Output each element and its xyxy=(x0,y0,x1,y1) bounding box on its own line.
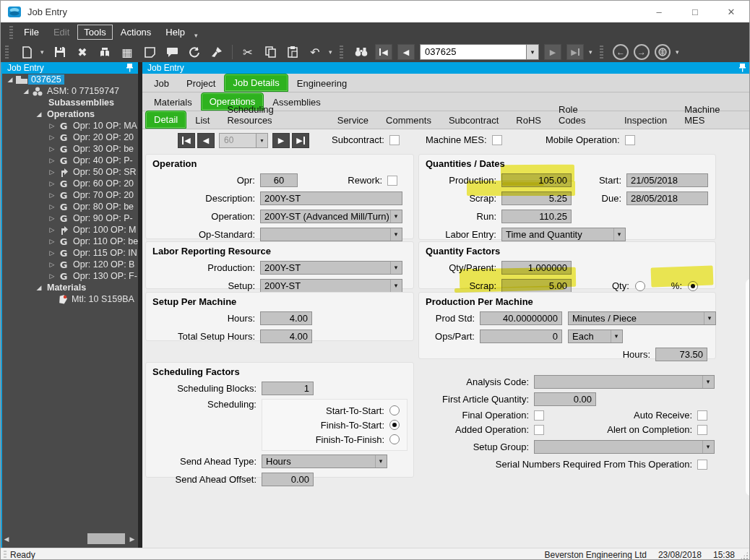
tree-item-label[interactable]: Subassemblies xyxy=(46,98,117,108)
tab-job[interactable]: Job xyxy=(145,75,178,92)
tree-item-label[interactable]: Opr: 115 OP: IN xyxy=(70,248,138,258)
setup-hours-field[interactable]: 4.00 xyxy=(260,311,312,325)
chevron-down-icon[interactable]: ▾ xyxy=(390,280,401,292)
expander-collapsed-icon[interactable]: ▷ xyxy=(47,157,57,164)
paste-icon[interactable] xyxy=(284,43,301,61)
toolbar-grip-4[interactable] xyxy=(600,46,603,59)
due-date-field[interactable]: 28/05/2018 xyxy=(626,191,708,205)
chevron-down-icon[interactable]: ▾ xyxy=(390,210,401,223)
pin-icon[interactable] xyxy=(739,64,746,72)
tree-item-label[interactable]: ASM: 0 77159747 xyxy=(44,86,122,96)
next-operation-icon[interactable]: ▶ xyxy=(272,133,290,148)
tree-item[interactable]: ◢Operations xyxy=(2,108,138,120)
job-number-combo[interactable]: 037625 ▾ xyxy=(420,44,539,60)
expander-expanded-icon[interactable]: ◢ xyxy=(21,87,31,95)
tree-item-label[interactable]: Opr: 20 OP: 20 xyxy=(70,132,137,142)
previous-record-icon[interactable]: ◀ xyxy=(397,44,415,60)
expander-expanded-icon[interactable]: ◢ xyxy=(5,76,15,83)
tree-item-label[interactable]: Opr: 50 OP: SR xyxy=(70,167,138,177)
tree-item[interactable]: ▷GOpr: 80 OP: be xyxy=(2,201,138,212)
previous-operation-icon[interactable]: ◀ xyxy=(197,133,215,148)
tree-item-label[interactable]: Materials xyxy=(44,283,89,293)
tree-item[interactable]: Mtl: 10 S159BA xyxy=(2,293,138,305)
auto-receive-checkbox[interactable] xyxy=(697,410,707,421)
chevron-down-icon[interactable]: ▾ xyxy=(527,44,539,60)
labor-entry-dropdown[interactable]: Time and Quantity▾ xyxy=(501,228,626,241)
tab-service[interactable]: Service xyxy=(329,112,377,129)
print-icon[interactable] xyxy=(96,43,113,61)
description-field[interactable]: 200Y-ST xyxy=(260,191,402,205)
search-binoculars-icon[interactable] xyxy=(353,43,370,61)
nav-overflow-icon[interactable]: ▾ xyxy=(676,48,681,56)
tree-horizontal-scrollbar[interactable]: ◀ ▶ xyxy=(2,530,138,548)
expander-collapsed-icon[interactable]: ▷ xyxy=(47,226,57,233)
expander-expanded-icon[interactable]: ◢ xyxy=(34,111,44,118)
operation-number-value[interactable]: 60 xyxy=(219,133,257,148)
chevron-down-icon[interactable]: ▾ xyxy=(611,330,621,343)
tab-engineering[interactable]: Engineering xyxy=(288,75,355,92)
ops-part-field[interactable]: 0 xyxy=(480,329,562,343)
finish-to-start-radio[interactable] xyxy=(389,420,400,430)
expander-collapsed-icon[interactable]: ▷ xyxy=(47,180,57,187)
opr-field[interactable]: 60 xyxy=(260,173,298,187)
tree-item[interactable]: ◢037625 xyxy=(2,74,138,85)
prod-std-uom-dropdown[interactable]: Minutes / Piece▾ xyxy=(568,311,716,325)
first-record-icon[interactable]: ◀ xyxy=(375,44,392,60)
menu-file[interactable]: File xyxy=(17,25,46,40)
scroll-left-icon[interactable]: ◀ xyxy=(2,535,11,543)
chevron-down-icon[interactable]: ▾ xyxy=(613,228,624,241)
last-record-icon[interactable]: ▶ xyxy=(566,44,584,60)
qty-parent-field[interactable]: 1.000000 xyxy=(501,261,572,275)
chevron-down-icon[interactable]: ▾ xyxy=(390,228,401,241)
refresh-icon[interactable] xyxy=(186,43,203,61)
tree-item[interactable]: ▷Opr: 100 OP: M xyxy=(2,224,138,236)
tree-item[interactable]: ▷GOpr: 130 OP: F- xyxy=(2,270,138,282)
tab-rohs[interactable]: RoHS xyxy=(507,112,550,129)
operation-dropdown[interactable]: 200Y-ST (Advanced Mill/Turn)▾ xyxy=(260,210,402,223)
tree-item-label[interactable]: Opr: 120 OP: B xyxy=(70,259,137,270)
expander-collapsed-icon[interactable]: ▷ xyxy=(47,168,57,176)
tree-item-label[interactable]: Opr: 60 OP: 20 xyxy=(70,178,137,189)
tree-item[interactable]: ▷GOpr: 10 OP: MA xyxy=(2,120,138,132)
vertical-scrollbar[interactable] xyxy=(746,279,750,496)
tree-item[interactable]: ▷GOpr: 60 OP: 20 xyxy=(2,178,138,189)
tree-item-label[interactable]: Opr: 100 OP: M xyxy=(70,225,138,235)
expander-collapsed-icon[interactable]: ▷ xyxy=(47,191,57,199)
toolbar-grip-2[interactable] xyxy=(5,46,9,59)
tab-comments[interactable]: Comments xyxy=(377,112,440,129)
menu-overflow-icon[interactable]: ▾ xyxy=(194,32,198,42)
scheduling-blocks-field[interactable]: 1 xyxy=(262,382,314,395)
maximize-button[interactable]: □ xyxy=(677,1,713,22)
run-field[interactable]: 110.25 xyxy=(501,210,572,223)
memo-icon[interactable] xyxy=(141,43,158,61)
tree-item[interactable]: ▷GOpr: 30 OP: be xyxy=(2,143,138,155)
production-field[interactable]: 105.00 xyxy=(501,173,572,187)
send-ahead-offset-field[interactable]: 0.00 xyxy=(262,473,314,486)
final-operation-checkbox[interactable] xyxy=(534,410,544,421)
toolbar-grip-3[interactable] xyxy=(340,46,343,59)
toolbar-grip[interactable] xyxy=(9,26,13,39)
expander-collapsed-icon[interactable]: ▷ xyxy=(47,238,57,245)
menu-actions[interactable]: Actions xyxy=(114,25,158,40)
expander-collapsed-icon[interactable]: ▷ xyxy=(47,145,57,152)
chevron-down-icon[interactable]: ▾ xyxy=(257,133,268,148)
expander-collapsed-icon[interactable]: ▷ xyxy=(47,272,57,280)
tree-item-label[interactable]: Opr: 70 OP: 20 xyxy=(70,190,137,200)
tree-item[interactable]: ◢Materials xyxy=(2,282,138,293)
tree-item[interactable]: ▷GOpr: 20 OP: 20 xyxy=(2,132,138,143)
schedule-grid-icon[interactable]: ▦ xyxy=(118,43,136,61)
tab-project[interactable]: Project xyxy=(178,75,224,92)
last-operation-icon[interactable]: ▶ xyxy=(292,133,309,148)
tab-detail[interactable]: Detail xyxy=(145,111,186,129)
chevron-down-icon[interactable]: ▾ xyxy=(702,441,713,453)
start-date-field[interactable]: 21/05/2018 xyxy=(626,173,708,187)
setup-group-dropdown[interactable]: ▾ xyxy=(534,440,715,454)
tab-list[interactable]: List xyxy=(186,112,218,129)
tree-item[interactable]: ▷Opr: 50 OP: SR xyxy=(2,166,138,178)
ops-part-uom-dropdown[interactable]: Each▾ xyxy=(568,329,623,343)
subcontract-checkbox[interactable] xyxy=(389,135,400,145)
tree-item[interactable]: ▷GOpr: 115 OP: IN xyxy=(2,247,138,259)
tree-item-label[interactable]: Opr: 80 OP: be xyxy=(70,202,137,212)
alert-completion-checkbox[interactable] xyxy=(697,425,707,435)
finish-to-finish-radio[interactable] xyxy=(389,434,400,444)
